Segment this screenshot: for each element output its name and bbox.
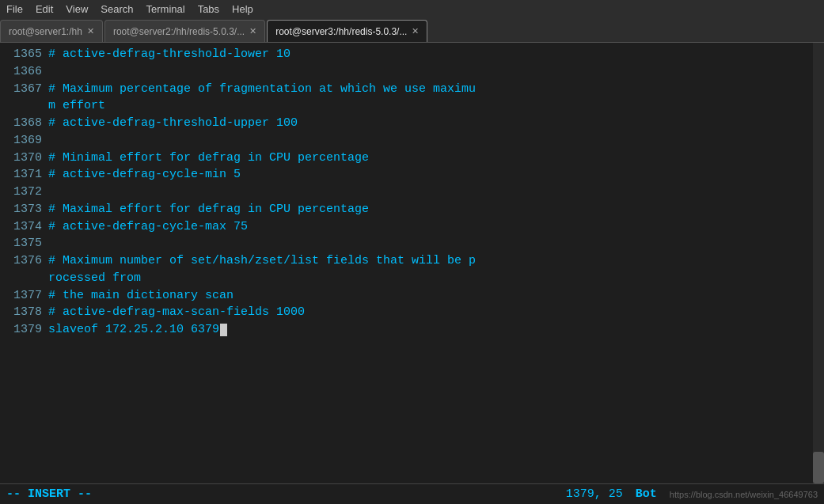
tab-2-label: root@server2:/hh/redis-5.0.3/...	[113, 26, 245, 37]
line-number: 1374	[6, 218, 42, 236]
code-line: 1373# Maximal effort for defrag in CPU p…	[6, 201, 807, 218]
code-line: 1372	[6, 184, 807, 201]
code-line: 1371# active-defrag-cycle-min 5	[6, 166, 807, 184]
menu-view[interactable]: View	[66, 3, 88, 15]
menu-terminal[interactable]: Terminal	[146, 3, 185, 15]
code-content: 1365# active-defrag-threshold-lower 1013…	[6, 46, 807, 480]
tab-3[interactable]: root@server3:/hh/redis-5.0.3/... ✕	[267, 20, 427, 42]
code-line: 1378# active-defrag-max-scan-fields 1000	[6, 304, 807, 321]
line-text: # active-defrag-max-scan-fields 1000	[48, 304, 305, 321]
line-number: 1379	[6, 321, 42, 339]
line-number: 1370	[6, 150, 42, 167]
code-line: rocessed from	[6, 270, 807, 287]
line-text: # the main dictionary scan	[48, 287, 234, 305]
line-text: # active-defrag-cycle-min 5	[48, 166, 241, 184]
line-number: 1378	[6, 304, 42, 321]
tab-1-label: root@server1:/hh	[9, 26, 82, 37]
code-line: 1368# active-defrag-threshold-upper 100	[6, 115, 807, 132]
line-number: 1376	[6, 252, 42, 270]
line-number: 1365	[6, 46, 42, 63]
tab-1-close[interactable]: ✕	[87, 27, 94, 36]
tab-1[interactable]: root@server1:/hh ✕	[0, 20, 103, 42]
status-bar: -- INSERT -- 1379, 25 Bot https://blog.c…	[0, 483, 824, 504]
line-number	[6, 97, 42, 115]
line-number: 1373	[6, 201, 42, 218]
code-line: 1365# active-defrag-threshold-lower 10	[6, 46, 807, 63]
status-right: 1379, 25 Bot https://blog.csdn.net/weixi…	[566, 487, 818, 501]
terminal-wrapper: 1365# active-defrag-threshold-lower 1013…	[0, 43, 824, 483]
terminal[interactable]: 1365# active-defrag-threshold-lower 1013…	[0, 43, 813, 483]
code-line: 1369	[6, 132, 807, 150]
scroll-position: Bot	[636, 487, 657, 501]
line-text: m effort	[48, 97, 105, 115]
menu-tabs[interactable]: Tabs	[198, 3, 219, 15]
line-number: 1366	[6, 63, 42, 81]
line-number: 1367	[6, 81, 42, 98]
code-line: 1379slaveof 172.25.2.10 6379	[6, 321, 807, 339]
code-line: 1377# the main dictionary scan	[6, 287, 807, 305]
tab-2[interactable]: root@server2:/hh/redis-5.0.3/... ✕	[104, 20, 265, 42]
menu-bar: File Edit View Search Terminal Tabs Help	[0, 0, 824, 17]
line-number: 1371	[6, 166, 42, 184]
code-line: 1367# Maximum percentage of fragmentatio…	[6, 81, 807, 98]
line-text: rocessed from	[48, 270, 141, 287]
line-text: # active-defrag-cycle-max 75	[48, 218, 248, 236]
code-line: 1370# Minimal effort for defrag in CPU p…	[6, 150, 807, 167]
line-number	[6, 270, 42, 287]
line-number: 1369	[6, 132, 42, 150]
line-text: slaveof 172.25.2.10 6379	[48, 321, 227, 339]
line-number: 1377	[6, 287, 42, 305]
code-line: 1366	[6, 63, 807, 81]
line-text: # Maximum number of set/hash/zset/list f…	[48, 252, 476, 270]
scrollbar-area[interactable]	[813, 43, 824, 483]
line-text: # Maximum percentage of fragmentation at…	[48, 81, 476, 98]
line-text: # Maximal effort for defrag in CPU perce…	[48, 201, 369, 218]
menu-edit[interactable]: Edit	[36, 3, 53, 15]
scrollbar-thumb[interactable]	[813, 452, 824, 483]
line-text: # active-defrag-threshold-upper 100	[48, 115, 298, 132]
menu-help[interactable]: Help	[232, 3, 253, 15]
cursor-position: 1379, 25	[566, 487, 623, 501]
menu-search[interactable]: Search	[101, 3, 133, 15]
line-number: 1372	[6, 184, 42, 201]
insert-mode-indicator: -- INSERT --	[6, 487, 92, 501]
code-line: 1375	[6, 235, 807, 252]
line-number: 1368	[6, 115, 42, 132]
line-text: # Minimal effort for defrag in CPU perce…	[48, 150, 369, 167]
line-number: 1375	[6, 235, 42, 252]
tab-3-close[interactable]: ✕	[412, 27, 419, 36]
menu-file[interactable]: File	[6, 3, 23, 15]
text-cursor	[220, 324, 227, 336]
code-line: 1376# Maximum number of set/hash/zset/li…	[6, 252, 807, 270]
tab-2-close[interactable]: ✕	[249, 27, 256, 36]
watermark: https://blog.csdn.net/weixin_46649763	[670, 490, 818, 499]
tab-bar: root@server1:/hh ✕ root@server2:/hh/redi…	[0, 17, 824, 43]
tab-3-label: root@server3:/hh/redis-5.0.3/...	[275, 26, 407, 37]
code-line: 1374# active-defrag-cycle-max 75	[6, 218, 807, 236]
line-text: # active-defrag-threshold-lower 10	[48, 46, 290, 63]
code-line: m effort	[6, 97, 807, 115]
